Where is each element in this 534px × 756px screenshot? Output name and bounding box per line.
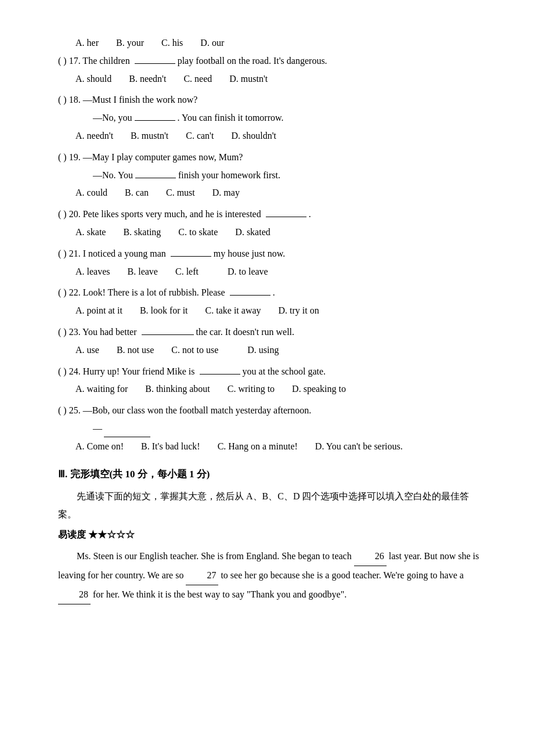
q24-text: you at the school gate.	[243, 363, 326, 380]
passage-blank3: 28	[58, 585, 91, 604]
q22-opt-a: A. point at it	[75, 303, 122, 319]
q20-opt-b: B. skating	[123, 224, 161, 241]
q23-opt-c: C. not to use	[171, 342, 218, 359]
question-25: ( ) 25. —Bob, our class won the football…	[58, 402, 488, 455]
question-17: ( ) 17. The children play football on th…	[58, 53, 488, 88]
q19-opt-d: D. may	[212, 185, 240, 201]
q19-opt-a: A. could	[75, 185, 107, 201]
q18-opt-d: D. shouldn't	[231, 128, 276, 145]
instruction-text: 先通读下面的短文，掌握其大意，然后从 A、B、C、D 四个选项中选择可以填入空白…	[58, 491, 469, 519]
question-21: ( ) 21. I noticed a young man my house j…	[58, 246, 488, 280]
question-24: ( ) 24. Hurry up! Your friend Mike is yo…	[58, 363, 488, 398]
q25-options: A. Come on! B. It's bad luck! C. Hang on…	[75, 438, 488, 455]
q18-line1: ( ) 18. —Must I finish the work now?	[58, 92, 488, 109]
q21-opt-d: D. to leave	[228, 264, 268, 280]
q19-reply-end: finish your homework first.	[178, 167, 280, 184]
q25-opt-b: B. It's bad luck!	[141, 438, 200, 455]
q22-opt-b: B. look for it	[140, 303, 188, 319]
section3-instruction: 先通读下面的短文，掌握其大意，然后从 A、B、C、D 四个选项中选择可以填入空白…	[58, 488, 488, 523]
q20-opt-d: D. skated	[235, 224, 270, 241]
q24-opt-b: B. thinking about	[145, 381, 210, 398]
q17-options: A. should B. needn't C. need D. mustn't	[75, 71, 488, 88]
q20-paren: ( ) 20. Pete likes sports very much, and…	[58, 206, 261, 223]
q22-opt-d: D. try it on	[279, 303, 319, 319]
difficulty-label: 易读度 ★★☆☆☆	[58, 527, 488, 543]
q19-paren: ( ) 19. —May I play computer games now, …	[58, 149, 243, 166]
prev-opt-a: A. her	[75, 35, 99, 52]
q24-opt-d: D. speaking to	[292, 381, 346, 398]
q22-opt-c: C. take it away	[205, 303, 261, 319]
q19-line1: ( ) 19. —May I play computer games now, …	[58, 149, 488, 166]
q18-blank	[135, 120, 175, 121]
q22-options: A. point at it B. look for it C. take it…	[75, 303, 488, 319]
q19-blank	[135, 178, 176, 178]
q23-text: the car. It doesn't run well.	[196, 324, 295, 341]
q23-paren: ( ) 23. You had better	[58, 324, 137, 341]
q25-blank	[104, 437, 150, 437]
question-18: ( ) 18. —Must I finish the work now? —No…	[58, 92, 488, 144]
q20-line: ( ) 20. Pete likes sports very much, and…	[58, 206, 488, 223]
q24-opt-c: C. writing to	[228, 381, 275, 398]
q19-line2: —No. You finish your homework first.	[93, 167, 488, 184]
q24-line: ( ) 24. Hurry up! Your friend Mike is yo…	[58, 363, 488, 380]
q21-opt-b: B. leave	[128, 264, 158, 280]
q17-line: ( ) 17. The children play football on th…	[58, 53, 488, 70]
q22-paren: ( ) 22. Look! There is a lot of rubbish.…	[58, 285, 225, 301]
q21-text: my house just now.	[214, 246, 285, 262]
q20-text: .	[309, 206, 311, 223]
q18-reply-end: . You can finish it tomorrow.	[178, 110, 284, 127]
q24-paren: ( ) 24. Hurry up! Your friend Mike is	[58, 363, 195, 380]
prev-opt-d: D. our	[200, 35, 224, 52]
q23-opt-d: D. using	[247, 342, 279, 359]
q17-opt-d: D. mustn't	[229, 71, 268, 88]
q25-dash-blank-line: —	[93, 420, 488, 437]
q23-options: A. use B. not use C. not to use D. using	[75, 342, 488, 359]
q17-opt-b: B. needn't	[129, 71, 166, 88]
q17-paren: ( ) 17. The children	[58, 53, 130, 70]
q20-blank	[266, 217, 306, 217]
question-23: ( ) 23. You had better the car. It doesn…	[58, 324, 488, 359]
q22-blank	[230, 295, 270, 296]
q21-opt-a: A. leaves	[75, 264, 110, 280]
q25-line1: ( ) 25. —Bob, our class won the football…	[58, 402, 488, 419]
q17-blank	[135, 63, 175, 64]
q25-paren: ( ) 25. —Bob, our class won the football…	[58, 402, 311, 419]
q17-text: play football on the road. It's dangerou…	[178, 53, 327, 70]
passage-p2-after: to see her go because she is a good teac…	[221, 570, 463, 580]
question-22: ( ) 22. Look! There is a lot of rubbish.…	[58, 285, 488, 319]
q21-line: ( ) 21. I noticed a young man my house j…	[58, 246, 488, 262]
q21-options: A. leaves B. leave C. left D. to leave	[75, 264, 488, 280]
q21-blank	[171, 256, 211, 257]
q17-opt-c: C. need	[183, 71, 212, 88]
q20-opt-c: C. to skate	[178, 224, 218, 241]
section3-title: Ⅲ. 完形填空(共 10 分，每小题 1 分)	[58, 469, 210, 480]
q23-opt-b: B. not use	[117, 342, 154, 359]
q20-opt-a: A. skate	[75, 224, 106, 241]
prev-options-line: A. her B. your C. his D. our	[75, 35, 488, 52]
q25-opt-d: D. You can't be serious.	[315, 438, 403, 455]
q22-text: .	[273, 285, 275, 301]
q24-options: A. waiting for B. thinking about C. writ…	[75, 381, 488, 398]
section3-header: Ⅲ. 完形填空(共 10 分，每小题 1 分)	[58, 466, 488, 484]
passage-paragraph: Ms. Steen is our English teacher. She is…	[58, 547, 488, 604]
q18-opt-c: C. can't	[186, 128, 214, 145]
q18-line2: —No, you . You can finish it tomorrow.	[93, 110, 488, 127]
q18-options: A. needn't B. mustn't C. can't D. should…	[75, 128, 488, 145]
q19-opt-c: C. must	[166, 185, 195, 201]
passage-p1: Ms. Steen is our English teacher. She is…	[77, 551, 352, 561]
q25-opt-c: C. Hang on a minute!	[218, 438, 298, 455]
q20-options: A. skate B. skating C. to skate D. skate…	[75, 224, 488, 241]
q25-dash-label: —	[93, 423, 102, 433]
q19-options: A. could B. can C. must D. may	[75, 185, 488, 201]
q21-paren: ( ) 21. I noticed a young man	[58, 246, 166, 262]
question-19: ( ) 19. —May I play computer games now, …	[58, 149, 488, 201]
q18-opt-a: A. needn't	[75, 128, 113, 145]
q18-paren: ( ) 18. —Must I finish the work now?	[58, 92, 197, 109]
q22-line: ( ) 22. Look! There is a lot of rubbish.…	[58, 285, 488, 301]
q24-blank	[200, 374, 240, 375]
question-20: ( ) 20. Pete likes sports very much, and…	[58, 206, 488, 241]
q18-opt-b: B. mustn't	[131, 128, 168, 145]
q23-line: ( ) 23. You had better the car. It doesn…	[58, 324, 488, 341]
passage-blank2: 27	[186, 566, 218, 585]
q23-opt-a: A. use	[75, 342, 99, 359]
